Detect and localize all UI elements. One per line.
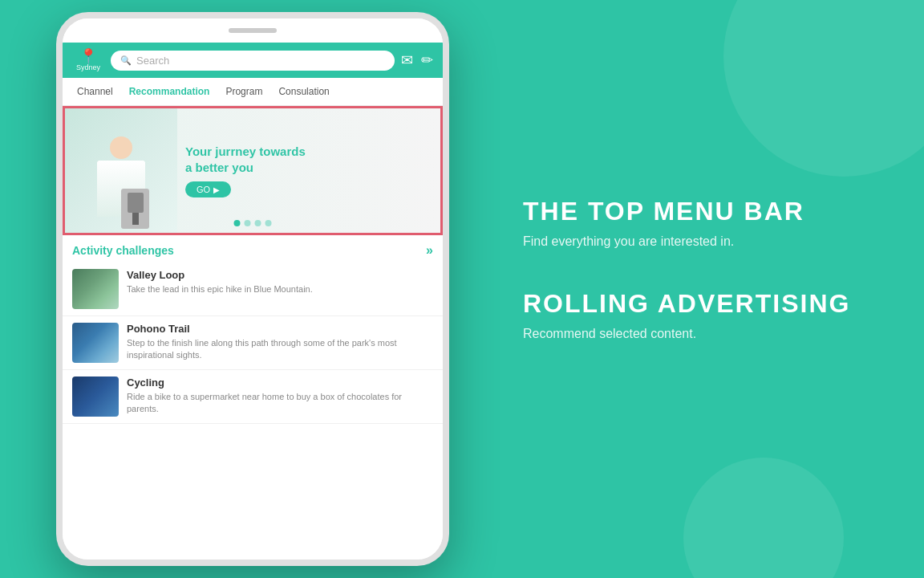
top-menu-bar-desc: Find everything you are interested in. [523,234,876,249]
banner-dots [234,220,272,226]
tab-program[interactable]: Program [217,78,270,105]
edit-icon[interactable]: ✏ [421,51,433,69]
trail-desc: Step to the finish line along this path … [127,337,433,362]
search-bar[interactable]: 🔍 Search [111,51,395,71]
mail-icon[interactable]: ✉ [401,51,413,69]
banner-text-area: Your jurrney towards a better you GO ▶ [177,132,440,210]
trail-thumbnail [72,323,119,363]
cycling-info: Cycling Ride a bike to a supermarket nea… [127,377,433,416]
activity-section-header: Activity challenges » [63,235,443,263]
banner-tagline: Your jurrney towards a better you [185,144,306,175]
top-menu-bar-title: THE TOP MENU BAR [523,197,876,226]
location-button[interactable]: 📍 Sydney [72,49,104,71]
activity-more-button[interactable]: » [426,243,433,258]
banner-line1: Your jurrney towards [185,144,306,160]
activity-item-trail[interactable]: Pohono Trail Step to the finish line alo… [63,316,443,370]
scientist-microscope [121,189,149,229]
app-header: 📍 Sydney 🔍 Search ✉ ✏ [63,43,443,78]
banner-btn-arrow: ▶ [213,185,220,194]
tab-channel[interactable]: Channel [69,78,121,105]
cycling-desc: Ride a bike to a supermarket near home t… [127,391,433,416]
header-icons: ✉ ✏ [401,51,433,69]
dot-2[interactable] [245,220,251,226]
tab-consulation[interactable]: Consulation [270,78,337,105]
trail-name: Pohono Trail [127,323,433,335]
banner-image [65,108,177,233]
nav-tabs: Channel Recommandation Program Consulati… [63,78,443,106]
tab-recommandation[interactable]: Recommandation [121,78,218,105]
banner-line2: a better you [185,160,306,176]
banner-container: Your jurrney towards a better you GO ▶ [63,106,443,235]
search-icon: 🔍 [120,55,132,66]
phone-container: 📍 Sydney 🔍 Search ✉ ✏ Channel Recommanda… [24,8,481,570]
valley-desc: Take the lead in this epic hike in Blue … [127,283,433,295]
rolling-advertising-desc: Recommend selected content. [523,327,876,341]
rolling-advertising-title: ROLLING ADVERTISING [523,289,876,319]
rolling-banner: Your jurrney towards a better you GO ▶ [65,108,440,233]
app-content: 📍 Sydney 🔍 Search ✉ ✏ Channel Recommanda… [63,43,443,560]
dot-4[interactable] [265,220,272,226]
cycling-name: Cycling [127,377,433,389]
phone-mockup: 📍 Sydney 🔍 Search ✉ ✏ Channel Recommanda… [56,12,449,566]
scientist-head [110,136,132,159]
activity-item-cycling[interactable]: Cycling Ride a bike to a supermarket nea… [63,370,443,424]
valley-thumbnail [72,269,119,309]
valley-name: Valley Loop [127,269,433,281]
trail-info: Pohono Trail Step to the finish line alo… [127,323,433,362]
right-panel: THE TOP MENU BAR Find everything you are… [475,0,924,578]
phone-speaker [229,28,277,33]
search-placeholder: Search [136,55,169,67]
banner-go-button[interactable]: GO ▶ [185,181,231,197]
dot-3[interactable] [255,220,261,226]
phone-notch [63,18,443,43]
activity-item-valley[interactable]: Valley Loop Take the lead in this epic h… [63,263,443,316]
scientist-figure [85,128,157,233]
dot-1[interactable] [234,220,241,226]
valley-info: Valley Loop Take the lead in this epic h… [127,269,433,295]
location-icon: 📍 [79,49,97,63]
banner-btn-label: GO [197,185,210,194]
activity-section-title: Activity challenges [72,244,174,257]
location-label: Sydney [76,63,100,71]
cycling-thumbnail [72,377,119,417]
